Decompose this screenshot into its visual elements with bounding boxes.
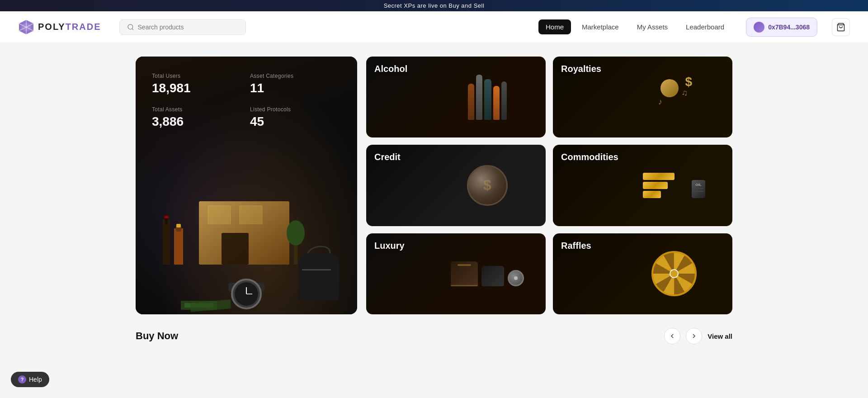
search-input[interactable]: [138, 24, 238, 31]
bottle-5: [501, 81, 507, 120]
stat-asset-categories-value: 11: [250, 81, 341, 95]
bottom-section: Buy Now View all: [118, 328, 750, 358]
category-label-royalties: Royalties: [561, 64, 601, 74]
help-button[interactable]: ? Help: [11, 372, 49, 387]
buy-now-title: Buy Now: [136, 330, 178, 342]
category-label-credit: Credit: [374, 152, 401, 162]
raffle-wheel: [651, 251, 697, 296]
wallet-avatar: [754, 22, 764, 33]
pagination-controls: View all: [664, 328, 732, 344]
cart-icon: [836, 23, 845, 32]
stat-total-assets-label: Total Assets: [152, 106, 243, 113]
commodities-items: OIL: [643, 173, 705, 198]
gold-bar-1: [643, 173, 675, 180]
svg-line-31: [674, 263, 692, 274]
svg-rect-21: [302, 269, 331, 270]
stat-asset-categories: Asset Categories 11: [250, 73, 341, 95]
bottle-4: [493, 86, 500, 120]
cart-button[interactable]: [832, 18, 850, 36]
search-icon: [127, 24, 134, 31]
nav-leaderboard[interactable]: Leaderboard: [679, 19, 731, 34]
svg-line-32: [674, 274, 692, 284]
bottle-2: [476, 75, 482, 120]
hero-illustration: [136, 102, 357, 314]
help-label: Help: [29, 376, 42, 383]
svg-rect-11: [240, 206, 262, 224]
chevron-right-icon: [690, 332, 698, 340]
nav-my-assets[interactable]: My Assets: [630, 19, 675, 34]
luxury-bag-2: [481, 266, 504, 286]
stat-total-users-label: Total Users: [152, 73, 243, 79]
category-visual-raffles: [616, 233, 732, 314]
category-card-credit[interactable]: Credit $: [366, 145, 546, 226]
hero-svg-illustration: [136, 133, 357, 314]
music-note-2: ♫: [681, 88, 688, 98]
bottle-3: [484, 79, 491, 120]
svg-rect-12: [222, 233, 249, 265]
hero-stats: Total Users 18,981 Asset Categories 11 T…: [136, 57, 357, 129]
svg-point-14: [287, 220, 305, 246]
stat-listed-protocols: Listed Protocols 45: [250, 106, 341, 129]
stat-listed-protocols-value: 45: [250, 114, 341, 129]
category-card-alcohol[interactable]: Alcohol: [366, 57, 546, 137]
stat-asset-categories-label: Asset Categories: [250, 73, 341, 79]
svg-rect-20: [176, 224, 181, 227]
category-card-royalties[interactable]: Royalties $ ♪ ♫: [553, 57, 732, 137]
stat-total-users-value: 18,981: [152, 81, 243, 95]
nav-marketplace[interactable]: Marketplace: [575, 19, 626, 34]
hero-card: Total Users 18,981 Asset Categories 11 T…: [136, 57, 357, 314]
next-page-button[interactable]: [686, 328, 702, 344]
luxury-bag-1: [451, 261, 478, 286]
svg-line-35: [656, 263, 674, 274]
svg-rect-10: [208, 206, 231, 224]
stat-total-users: Total Users 18,981: [152, 73, 243, 95]
svg-rect-17: [164, 216, 169, 218]
category-label-raffles: Raffles: [561, 241, 591, 251]
category-visual-royalties: $ ♪ ♫: [616, 57, 732, 137]
gold-bar-3: [643, 191, 661, 198]
credit-coin: $: [467, 165, 508, 206]
luxury-items: [451, 261, 524, 286]
polytrade-logo-icon: [18, 19, 34, 35]
dollar-sign-icon: $: [685, 75, 692, 89]
view-all-link[interactable]: View all: [708, 332, 732, 340]
wallet-button[interactable]: 0x7B94...3068: [746, 18, 817, 37]
chevron-left-icon: [669, 332, 676, 340]
svg-line-6: [132, 28, 133, 30]
nav-home[interactable]: Home: [538, 19, 571, 34]
category-label-commodities: Commodities: [561, 152, 618, 162]
header: POLYTRADE Home Marketplace My Assets Lea…: [0, 11, 868, 43]
category-visual-luxury: [429, 233, 546, 314]
bottle-1: [468, 84, 474, 120]
logo-text: POLYTRADE: [38, 22, 101, 32]
main-content: Total Users 18,981 Asset Categories 11 T…: [118, 43, 750, 328]
stat-total-assets: Total Assets 3,886: [152, 106, 243, 129]
stat-listed-protocols-label: Listed Protocols: [250, 106, 341, 113]
help-icon: ?: [18, 375, 26, 384]
music-note-1: ♪: [658, 97, 662, 107]
oil-barrel: OIL: [692, 180, 705, 198]
search-bar[interactable]: [119, 19, 246, 35]
prev-page-button[interactable]: [664, 328, 680, 344]
wallet-address: 0x7B94...3068: [768, 24, 810, 31]
category-visual-commodities: OIL: [616, 145, 732, 226]
logo[interactable]: POLYTRADE: [18, 19, 101, 35]
gold-bar-2: [643, 182, 668, 189]
category-card-raffles[interactable]: Raffles: [553, 233, 732, 314]
svg-line-34: [656, 274, 674, 284]
category-grid: Alcohol Royalties $ ♪ ♫: [366, 57, 732, 314]
stat-total-assets-value: 3,886: [152, 114, 243, 129]
top-banner: Secret XPs are live on Buy and Sell: [0, 0, 868, 11]
svg-rect-15: [163, 219, 170, 265]
category-visual-credit: $: [429, 145, 546, 226]
luxury-watch: [508, 270, 524, 286]
category-card-commodities[interactable]: Commodities OIL: [553, 145, 732, 226]
category-label-luxury: Luxury: [374, 241, 405, 251]
main-nav: Home Marketplace My Assets Leaderboard: [538, 19, 731, 34]
svg-point-5: [128, 24, 133, 29]
category-label-alcohol: Alcohol: [374, 64, 407, 74]
royalties-figure: [660, 79, 679, 97]
banner-text: Secret XPs are live on Buy and Sell: [384, 2, 485, 9]
category-visual-alcohol: [429, 57, 546, 137]
category-card-luxury[interactable]: Luxury: [366, 233, 546, 314]
